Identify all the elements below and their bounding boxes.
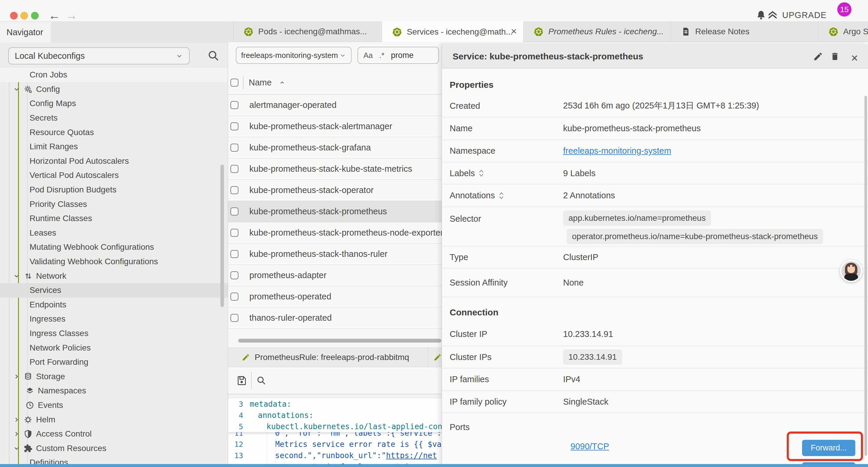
sidebar-scrollbar-thumb[interactable] [220, 165, 224, 307]
layers-icon [25, 386, 35, 395]
sidebar-item-limit-ranges[interactable]: Limit Ranges [0, 140, 228, 154]
search-icon[interactable] [207, 49, 220, 62]
port-link-9090[interactable]: 9090/TCP [570, 442, 609, 451]
row-checkbox[interactable] [230, 293, 239, 300]
table-row[interactable]: prometheus-adapter [228, 265, 442, 286]
trash-icon[interactable] [830, 52, 840, 61]
tab-label: Argo Se [843, 27, 868, 36]
sidebar-item-pod-disruption-budgets[interactable]: Pod Disruption Budgets [0, 183, 228, 197]
regex-icon[interactable]: .* [379, 51, 384, 60]
tab-navigator[interactable]: Navigator [0, 22, 51, 42]
row-checkbox[interactable] [230, 250, 239, 258]
table-row-selected[interactable]: kube-prometheus-stack-prometheus [228, 201, 442, 222]
row-checkbox[interactable] [230, 101, 239, 109]
sidebar-item-horizontal-pod-autoscalers[interactable]: Horizontal Pod Autoscalers [0, 154, 228, 169]
minimize-window-button[interactable] [20, 12, 28, 20]
tab-pods[interactable]: Pods - icecheng@mathmas... [234, 21, 382, 42]
table-row[interactable]: kube-prometheus-stack-operator [228, 180, 442, 201]
filter-input[interactable] [391, 51, 426, 60]
pencil-icon[interactable] [813, 52, 823, 61]
sidebar-item-ingresses[interactable]: Ingresses [0, 312, 228, 326]
table-horizontal-scrollbar-thumb[interactable] [238, 339, 441, 343]
forward-button[interactable]: → [66, 9, 78, 22]
row-checkbox[interactable] [230, 144, 239, 152]
table-row[interactable]: alertmanager-operated [228, 95, 442, 116]
sidebar-item-network[interactable]: Network [0, 269, 228, 283]
kubeconfig-dropdown[interactable]: Local Kubeconfigs [8, 47, 190, 64]
assistant-avatar[interactable] [840, 260, 862, 282]
tab-argo[interactable]: Argo Se [818, 21, 868, 42]
table-row[interactable]: kube-prometheus-stack-thanos-ruler [228, 243, 442, 265]
editor-tab-strip: Pods - icecheng@mathmas... Services - ic… [228, 21, 868, 42]
namespace-dropdown[interactable]: freeleaps-monitoring-system [236, 47, 351, 64]
kubernetes-icon [392, 27, 402, 37]
sidebar-item-validating-webhook-configurations[interactable]: Validating Webhook Configurations [0, 255, 228, 269]
sidebar-item-access-control[interactable]: Access Control [0, 427, 228, 441]
close-icon[interactable]: × [511, 25, 517, 37]
sidebar-item-helm[interactable]: Helm [0, 412, 228, 427]
row-checkbox[interactable] [230, 122, 239, 130]
notification-count-badge[interactable]: 15 [837, 2, 851, 17]
row-checkbox[interactable] [230, 271, 239, 279]
sidebar-item-cron-jobs[interactable]: Cron Jobs [0, 68, 228, 82]
upgrade-button[interactable]: UPGRADE [767, 10, 827, 20]
sidebar-item-mutating-webhook-configurations[interactable]: Mutating Webhook Configurations [0, 240, 228, 255]
tab-release-notes[interactable]: Release Notes [671, 21, 818, 42]
notifications-bell-button[interactable] [756, 10, 766, 20]
services-list-panel: freeleaps-monitoring-system Aa .* Name a… [228, 42, 442, 467]
search-icon[interactable] [256, 375, 267, 386]
expand-icon[interactable] [478, 169, 484, 177]
sidebar-item-secrets[interactable]: Secrets [0, 111, 228, 125]
sidebar-item-storage[interactable]: Storage [0, 369, 228, 384]
name-column-header[interactable]: Name [249, 78, 272, 87]
table-row[interactable]: thanos-ruler-operated [228, 308, 442, 329]
namespace-link[interactable]: freeleaps-monitoring-system [563, 146, 671, 155]
select-all-checkbox[interactable] [230, 79, 239, 87]
tab-services[interactable]: Services - icecheng@math... × [382, 21, 524, 42]
table-row[interactable]: kube-prometheus-stack-grafana [228, 137, 442, 158]
expand-icon[interactable] [498, 192, 504, 200]
sidebar-item-priority-classes[interactable]: Priority Classes [0, 197, 228, 211]
sidebar-item-runtime-classes[interactable]: Runtime Classes [0, 211, 228, 226]
sidebar-item-namespaces[interactable]: Namespaces [0, 384, 228, 398]
sidebar-item-ingress-classes[interactable]: Ingress Classes [0, 326, 228, 341]
sort-asc-icon[interactable] [279, 79, 286, 86]
tab-prometheusrule-editor[interactable]: PrometheusRule: freeleaps-prod-rabbitmq [228, 348, 428, 367]
sidebar-item-config-maps[interactable]: Config Maps [0, 96, 228, 111]
sidebar-item-leases[interactable]: Leases [0, 226, 228, 240]
row-checkbox[interactable] [230, 165, 239, 173]
match-case-icon[interactable]: Aa [363, 51, 373, 60]
row-checkbox[interactable] [230, 314, 239, 322]
yaml-editor[interactable]: 3metadata: 4annotations: 5kubectl.kubern… [228, 399, 442, 467]
row-checkbox[interactable] [230, 229, 239, 237]
tab-editor-next[interactable] [428, 353, 442, 361]
back-button[interactable]: ← [49, 9, 60, 22]
table-row[interactable]: kube-prometheus-stack-alertmanager [228, 116, 442, 137]
table-row[interactable]: kube-prometheus-stack-kube-state-metrics [228, 158, 442, 180]
close-icon[interactable]: × [851, 52, 858, 65]
runbook-url-link[interactable]: https://net [386, 451, 437, 460]
name-filter-box[interactable]: Aa .* [358, 47, 439, 64]
row-checkbox[interactable] [230, 207, 239, 215]
sidebar-item-endpoints[interactable]: Endpoints [0, 298, 228, 312]
table-row[interactable]: prometheus-operated [228, 286, 442, 308]
table-row[interactable]: kube-prometheus-stack-prometheus-node-ex… [228, 222, 442, 243]
sidebar-item-events[interactable]: Events [0, 398, 228, 413]
detail-vertical-scrollbar-thumb[interactable] [864, 96, 867, 456]
forward-button-9090[interactable]: Forward... [802, 440, 855, 456]
detail-row-annotations: Annotations 2 Annotations [442, 184, 868, 207]
sidebar-item-services[interactable]: Services [0, 283, 228, 298]
sidebar-item-vertical-pod-autoscalers[interactable]: Vertical Pod Autoscalers [0, 168, 228, 183]
sidebar-item-port-forwarding[interactable]: Port Forwarding [0, 355, 228, 370]
sidebar-item-custom-resources[interactable]: Custom Resources [0, 441, 228, 456]
sidebar-item-network-policies[interactable]: Network Policies [0, 341, 228, 355]
maximize-window-button[interactable] [31, 12, 39, 20]
save-icon[interactable] [236, 375, 247, 386]
bell-icon [756, 10, 766, 20]
sidebar-item-resource-quotas[interactable]: Resource Quotas [0, 125, 228, 140]
sidebar-item-config[interactable]: Config [0, 82, 228, 97]
tab-prometheus-rules[interactable]: Prometheus Rules - icecheng... [524, 21, 671, 42]
resource-tree: Cron Jobs Config Config Maps Secrets Res… [0, 68, 228, 467]
row-checkbox[interactable] [230, 186, 239, 194]
close-window-button[interactable] [10, 12, 18, 20]
